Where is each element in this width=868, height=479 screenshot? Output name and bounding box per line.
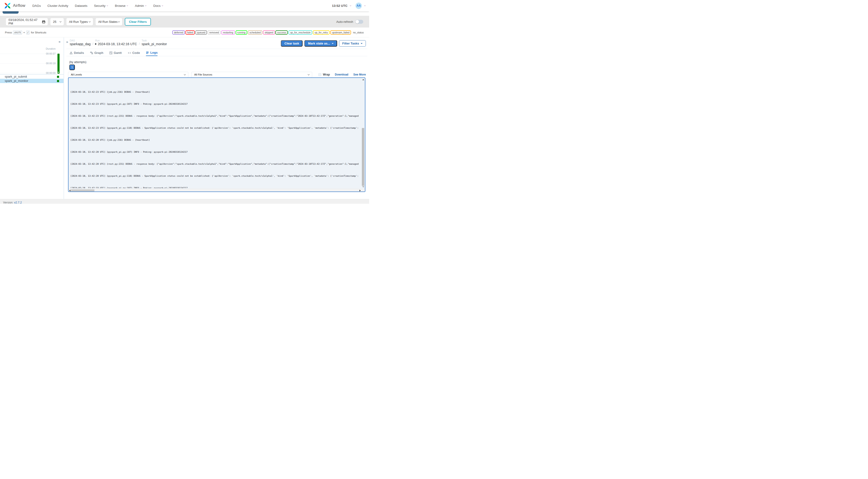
filter-tasks-button[interactable]: Filter Tasks [339,40,366,46]
no-status-badge[interactable]: no_status [352,31,364,34]
attempt-1-button[interactable]: 1 [69,64,75,70]
chevron-down-icon [308,73,310,75]
by-attempts-label: (by attempts) [69,60,86,64]
tabs-divider [66,56,367,56]
scroll-up-arrow-icon[interactable] [362,79,364,80]
log-line: [2024-03-18, 13:42:23 UTC] {pyspark_pi.p… [70,103,359,106]
calendar-icon[interactable] [42,20,45,23]
wrap-checkbox[interactable] [318,73,321,76]
status-badge[interactable]: skipped [263,30,275,35]
tab-code[interactable]: Code [128,51,140,56]
status-badge[interactable]: failed [186,30,195,35]
status-badge[interactable]: scheduled [248,30,262,35]
brand-title: Airflow [13,3,25,8]
log-line: [2024-03-18, 13:42:23 UTC] {job.py:216} … [70,91,359,94]
status-badge[interactable]: running [236,30,247,35]
auto-refresh-toggle[interactable] [355,20,363,24]
chevron-down-icon [89,20,91,22]
status-badge[interactable]: removed [208,30,221,35]
clear-task-button[interactable]: Clear task [281,40,303,46]
status-badge[interactable]: upstream_failed [330,30,351,35]
avatar[interactable]: AA [355,3,362,9]
task-name-crumb[interactable]: spark_pi_monitor [142,42,167,46]
airflow-brand[interactable]: Airflow [3,1,25,10]
detail-tabs: Details Graph Gant [70,51,157,56]
task-status-square[interactable] [57,80,59,82]
scroll-right-arrow-icon[interactable] [360,190,361,192]
status-badge[interactable]: queued [195,30,207,35]
task-status-square[interactable] [57,76,59,78]
chevron-down-icon [332,43,334,44]
scroll-left-arrow-icon[interactable] [69,190,70,192]
duration-axis-label: Duration [46,47,56,50]
status-badge[interactable]: up_for_retry [313,30,330,35]
nav-menu-item[interactable]: DAGs [32,4,41,7]
log-lines: [2024-03-18, 13:42:23 UTC] {job.py:216} … [70,78,359,188]
base-date-input[interactable]: 03/18/2024, 01:52:47 PM [6,18,48,25]
log-line: [2024-03-18, 13:42:28 UTC] {job.py:216} … [70,138,359,141]
vertical-scroll-thumb[interactable] [362,128,364,186]
status-badge[interactable]: up_for_reschedule [288,30,312,35]
clear-filters-button[interactable]: Clear Filters [125,18,151,26]
wrap-label: Wrap [323,73,330,76]
see-more-link[interactable]: See More [353,73,366,76]
run-filter-bar: 03/18/2024, 01:52:47 PM 25 All Run Types… [0,16,369,28]
task-row[interactable]: spark_pi_submit [0,74,64,79]
nav-menu-item[interactable]: Cluster Activity [47,4,68,7]
auto-refresh-label: Auto-refresh [336,20,353,24]
run-types-select[interactable]: All Run Types [66,18,93,25]
log-vertical-scrollbar[interactable] [361,78,365,189]
auto-refresh-control: Auto-refresh [336,20,363,24]
status-badge[interactable]: deferred [172,30,185,35]
slash-key: / [26,31,30,34]
nav-menu-item[interactable]: Security [94,4,108,7]
gantt-icon [110,52,112,54]
clock-chevron-down-icon[interactable] [350,5,351,6]
run-name[interactable]: 2024-03-18, 13:42:16 UTC [95,42,137,46]
state-legend: deferred failed queued removed restartin… [172,31,364,34]
chevron-down-icon [60,20,61,22]
page-size-select[interactable]: 25 [51,18,64,25]
collapse-panel-icon[interactable]: « [59,39,61,43]
shortcut-legend-row: Press shift + / for Shortcuts deferred f… [0,28,369,37]
alert-triangle-icon [70,52,72,54]
run-type-manual-icon [95,43,97,45]
navbar-right: 13:52 UTC AA [332,3,366,9]
run-play-icon [58,71,59,73]
status-badge[interactable]: restarting [221,30,235,35]
logs-list-icon [146,51,149,54]
footer: Version: v2.7.2 [0,199,369,204]
tab-logs[interactable]: Logs [146,51,157,56]
log-line: [2024-03-18, 13:42:23 UTC] {pyspark_pi.p… [70,127,359,130]
expand-panel-icon[interactable]: » [66,40,68,44]
user-chevron-down-icon[interactable] [364,5,366,6]
download-link[interactable]: Download [335,73,348,76]
task-row[interactable]: spark_pi_monitor [0,79,64,83]
tab-gantt[interactable]: Gantt [110,51,122,56]
nav-menu-item[interactable]: Docs [153,4,163,7]
utc-clock[interactable]: 13:52 UTC [332,4,347,7]
nav-menu-item[interactable]: Datasets [75,4,87,7]
version-link[interactable]: v2.7.2 [14,201,22,204]
mark-state-button[interactable]: Mark state as... [304,40,337,46]
nav-menu-item[interactable]: Browse [115,4,128,7]
tab-details[interactable]: Details [70,51,84,56]
run-states-select[interactable]: All Run States [96,18,122,25]
chevron-down-icon [184,73,186,75]
task-list: spark_pi_submit spark_pi_monitor [0,74,64,83]
shortcut-hint: Press shift + / for Shortcuts [5,31,46,34]
top-navbar: Airflow DAGs Cluster Activity Datasets [0,0,369,11]
run-duration-bar[interactable] [57,54,60,74]
tab-graph[interactable]: Graph [90,51,103,56]
chevron-down-icon [126,5,128,6]
dag-name[interactable]: sparkapp_dag [70,42,91,46]
status-badge[interactable]: success [275,30,288,35]
log-level-select[interactable]: All Levels [68,72,188,77]
duration-tick: 00:00:18 [46,62,56,65]
log-horizontal-scrollbar[interactable] [68,189,365,192]
task-name: spark_pi_submit [5,75,27,78]
file-source-select[interactable]: All File Sources [191,72,312,77]
horizontal-scroll-thumb[interactable] [71,189,94,192]
scroll-down-arrow-icon[interactable] [362,186,364,188]
nav-menu-item[interactable]: Admin [135,4,147,7]
